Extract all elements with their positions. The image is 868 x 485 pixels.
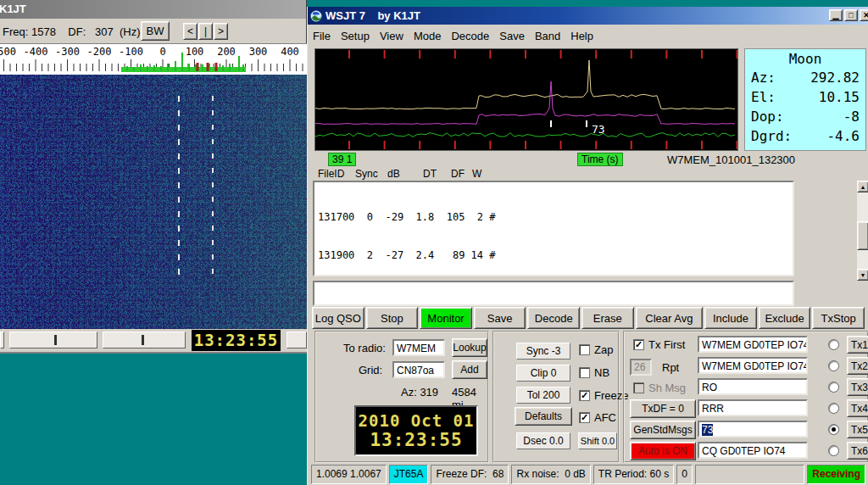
- frequency-ruler[interactable]: -500-400-300-200-1000100200300400: [0, 43, 307, 75]
- erase-button[interactable]: Erase: [581, 307, 634, 329]
- log-qso-button[interactable]: Log QSO: [312, 307, 364, 329]
- auto-button[interactable]: Auto is ON: [630, 442, 696, 460]
- freeze-checkbox[interactable]: [579, 390, 590, 401]
- menu-view[interactable]: View: [380, 28, 411, 44]
- tx4-message-input[interactable]: RRR: [698, 399, 808, 416]
- decoded-text-area[interactable]: 131700 0 -29 1.8 105 2 # 131900 2 -27 2.…: [313, 181, 794, 276]
- ruler-graphic: -500-400-300-200-1000100200300400: [0, 44, 307, 75]
- tol-setting[interactable]: Tol 200: [516, 387, 570, 404]
- menu-help[interactable]: Help: [570, 28, 601, 44]
- menu-file[interactable]: File: [313, 28, 338, 44]
- decode-scrollbar[interactable]: ▲ ▼: [857, 181, 868, 281]
- speed-slider[interactable]: [9, 332, 97, 348]
- wsjt-title-text: WSJT 7 by K1JT: [326, 7, 420, 25]
- waterfall-display[interactable]: [0, 75, 307, 329]
- rpt-value: 26: [630, 359, 652, 376]
- menu-save[interactable]: Save: [499, 28, 532, 44]
- add-button[interactable]: Add: [452, 360, 487, 379]
- lcd-date: 2010 Oct 01: [356, 411, 476, 430]
- monitor-button[interactable]: Monitor: [420, 307, 472, 329]
- dsec-setting[interactable]: Dsec 0.0: [516, 432, 570, 449]
- menu-mode[interactable]: Mode: [414, 28, 449, 44]
- zap-checkbox[interactable]: [579, 344, 590, 355]
- svg-text:200: 200: [217, 46, 236, 58]
- stop-button[interactable]: Stop: [366, 307, 419, 329]
- shift-setting[interactable]: Shift 0.0: [578, 432, 617, 449]
- tx2-radio[interactable]: [828, 360, 839, 371]
- menu-decode[interactable]: Decode: [451, 28, 497, 44]
- tx1-radio[interactable]: [828, 339, 839, 350]
- tx-first-row: Tx First: [633, 338, 685, 350]
- save-button[interactable]: Save: [474, 307, 526, 329]
- svg-text:0: 0: [159, 46, 165, 58]
- scroll-left-button[interactable]: <: [183, 23, 198, 40]
- sh-msg-checkbox[interactable]: [633, 382, 644, 393]
- tx6-message-input[interactable]: CQ GD0TEP IO74: [698, 442, 808, 459]
- tx5-message-input[interactable]: 73: [698, 421, 808, 438]
- genstdmsgs-button[interactable]: GenStdMsgs: [630, 421, 696, 439]
- sync-threshold[interactable]: Sync -3: [516, 343, 570, 360]
- specjt-bottom-border: [0, 352, 307, 354]
- tx3-button[interactable]: Tx3: [847, 378, 868, 396]
- lcd-time: 13:23:55: [356, 430, 476, 450]
- tx1-button[interactable]: Tx1: [847, 336, 868, 354]
- nb-checkbox[interactable]: [579, 367, 590, 378]
- clip-setting[interactable]: Clip 0: [516, 365, 570, 382]
- defaults-button[interactable]: Defaults: [515, 407, 572, 426]
- scroll-down-arrow[interactable]: ▼: [857, 269, 868, 281]
- txdf-button[interactable]: TxDF = 0: [630, 399, 696, 418]
- col-fileid: FileID: [318, 168, 344, 180]
- exclude-button[interactable]: Exclude: [759, 307, 811, 329]
- speed-slider-thumb[interactable]: [54, 335, 57, 345]
- tx4-radio[interactable]: [828, 403, 839, 414]
- graph-marker-label: 73: [592, 123, 605, 136]
- average-text-area[interactable]: 132300 2 6/8: [313, 281, 794, 306]
- scrollbar-thumb[interactable]: [857, 221, 868, 250]
- gain-slider-thumb[interactable]: [142, 335, 144, 345]
- tx3-message-input[interactable]: RO: [698, 378, 808, 395]
- menu-band[interactable]: Band: [535, 28, 568, 44]
- decode-row[interactable]: 131700 0 -29 1.8 105 2 #: [318, 211, 793, 224]
- to-radio-label: To radio:: [343, 342, 386, 354]
- menu-setup[interactable]: Setup: [341, 28, 377, 44]
- date-time-display: 2010 Oct 01 13:23:55: [354, 405, 478, 456]
- close-button[interactable]: ✕: [860, 9, 868, 21]
- status-tr-period: TR Period: 60 s: [593, 465, 674, 484]
- specjt-titlebar[interactable]: K1JT: [0, 0, 306, 19]
- clear-avg-button[interactable]: Clear Avg: [636, 307, 704, 329]
- bw-button[interactable]: BW: [141, 21, 170, 41]
- lookup-button[interactable]: Lookup: [452, 338, 487, 357]
- tx5-button[interactable]: Tx5: [847, 421, 868, 438]
- tx2-message-input[interactable]: W7MEM GD0TEP IO74 OOO: [698, 357, 808, 374]
- afc-checkbox[interactable]: [579, 412, 590, 423]
- menubar: File Setup View Mode Decode Save Band He…: [308, 25, 868, 47]
- tx4-button[interactable]: Tx4: [847, 399, 868, 417]
- tx3-radio[interactable]: [828, 382, 839, 393]
- maximize-button[interactable]: □: [844, 9, 858, 21]
- decode-button[interactable]: Decode: [527, 307, 580, 329]
- include-button[interactable]: Include: [704, 307, 757, 329]
- minimize-button[interactable]: ▁: [829, 9, 843, 21]
- txstop-button[interactable]: TxStop: [812, 307, 865, 329]
- tx6-radio[interactable]: [828, 445, 839, 456]
- slider-stub-left: [0, 332, 4, 348]
- tx1-message-input[interactable]: W7MEM GD0TEP IO74: [698, 336, 808, 353]
- scroll-up-arrow[interactable]: ▲: [857, 181, 868, 192]
- center-button[interactable]: |: [198, 23, 213, 40]
- svg-text:100: 100: [186, 46, 204, 58]
- tx5-radio[interactable]: [828, 424, 839, 435]
- status-receiving: Receiving: [807, 465, 865, 484]
- wsjt-titlebar[interactable]: WSJT 7 by K1JT ▁ □ ✕: [308, 7, 868, 25]
- grid-input[interactable]: CN87oa: [392, 361, 445, 378]
- station-group: To radio: W7MEM Lookup Grid: CN87oa Add …: [314, 331, 489, 463]
- tx-first-checkbox[interactable]: [633, 339, 644, 350]
- scroll-right-button[interactable]: >: [214, 23, 228, 40]
- sh-msg-row: Sh Msg: [633, 382, 686, 393]
- gain-slider[interactable]: [103, 332, 186, 348]
- tx2-button[interactable]: Tx2: [847, 357, 868, 375]
- to-radio-input[interactable]: W7MEM: [392, 339, 445, 356]
- zap-checkbox-row: Zap: [579, 343, 613, 355]
- decode-row[interactable]: 131900 2 -27 2.4 89 14 #: [318, 249, 793, 262]
- spectrum-graph[interactable]: 73: [314, 48, 738, 151]
- tx6-button[interactable]: Tx6: [847, 442, 868, 460]
